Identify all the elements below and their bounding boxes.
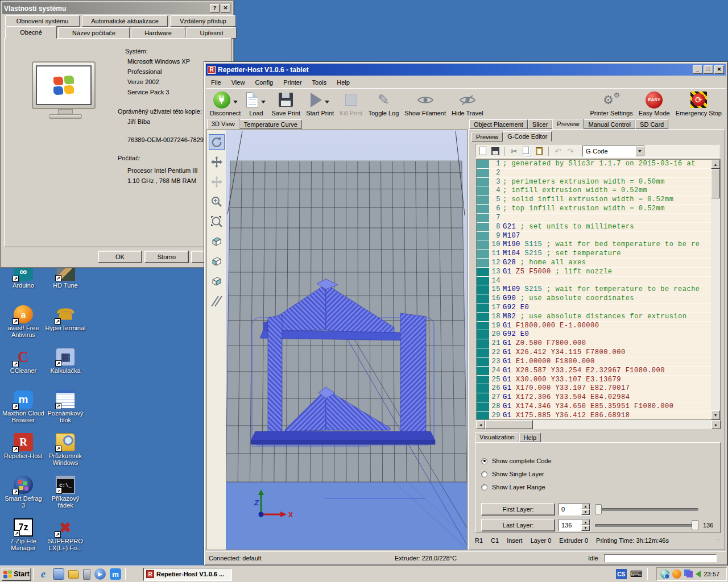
vertical-scrollbar[interactable]: ▲ ▼ <box>711 160 720 419</box>
view-front-icon[interactable] <box>209 253 225 269</box>
menu-config[interactable]: Config <box>250 78 278 87</box>
keyboard-icon[interactable]: ⌨ <box>630 569 643 579</box>
toolbar-easy-mode[interactable]: EASYEasy Mode <box>636 89 673 117</box>
pan-view-icon[interactable] <box>209 154 225 170</box>
device-icon[interactable] <box>83 569 90 580</box>
menu-tools[interactable]: Tools <box>307 78 332 87</box>
menu-help[interactable]: Help <box>332 78 355 87</box>
toolbar-hide-travel[interactable]: Hide Travel <box>449 89 486 117</box>
spin-down-icon[interactable]: ▼ <box>581 509 590 515</box>
chevron-down-icon[interactable] <box>635 146 644 156</box>
gcode-line[interactable]: 4; infill extrusion width = 0.52mm <box>477 186 711 196</box>
gcode-line[interactable]: 5; solid infill extrusion width = 0.52mm <box>477 196 711 205</box>
spin-up-icon[interactable]: ▲ <box>581 519 590 525</box>
tab-up-esnit[interactable]: Upřesnit <box>187 27 237 39</box>
desktop-icon-hyper[interactable]: ☎↗HyperTerminal <box>44 305 86 331</box>
radio-icon[interactable] <box>481 484 487 490</box>
gcode-line[interactable]: 18M82 ; use absolute distances for extru… <box>477 313 711 322</box>
cut-icon[interactable]: ✂ <box>509 146 519 156</box>
tab-obnoven-syst-mu[interactable]: Obnovení systému <box>5 15 80 27</box>
spin-up-icon[interactable]: ▲ <box>581 504 590 509</box>
desktop-icon-defrag[interactable]: ↗Smart Defrag 3 <box>2 476 44 509</box>
desktop-icon-explorer[interactable]: ↗Průzkumník Windows <box>44 433 86 466</box>
gcode-line[interactable]: 13G1 Z5 F5000 ; lift nozzle <box>477 268 711 277</box>
scroll-up-icon[interactable]: ▲ <box>711 160 720 169</box>
tab-object-placement[interactable]: Object Placement <box>469 119 528 129</box>
language-indicator[interactable]: CS <box>616 569 627 579</box>
first-layer-button[interactable]: First Layer: <box>481 503 555 516</box>
toolbar-start-print[interactable]: Start Print <box>303 89 337 117</box>
ok-button[interactable]: OK <box>98 251 142 263</box>
tab-automatick-aktualizace[interactable]: Automatické aktualizace <box>82 15 168 27</box>
gcode-line[interactable]: 17G92 E0 <box>477 304 711 313</box>
tab-hardware[interactable]: Hardware <box>131 27 185 39</box>
view-top-icon[interactable] <box>209 273 225 289</box>
gcode-line[interactable]: 22G1 X26.412 Y34.115 F7800.000 <box>477 348 711 357</box>
gcode-line[interactable]: 24G1 X28.587 Y33.254 E2.32967 F1080.000 <box>477 367 711 376</box>
desktop-icon-maxthon[interactable]: m↗Maxthon Cloud Browser <box>2 390 44 423</box>
tab-help[interactable]: Help <box>519 433 541 442</box>
last-layer-button[interactable]: Last Layer: <box>481 519 555 531</box>
scrollbar-thumb[interactable] <box>485 420 533 429</box>
move-object-icon[interactable] <box>209 174 225 190</box>
tab-obecn[interactable]: Obecné <box>5 26 57 39</box>
redo-icon[interactable]: ↷ <box>565 146 576 156</box>
tab-preview[interactable]: Preview <box>471 132 503 142</box>
paste-icon[interactable] <box>534 146 544 156</box>
gcode-line[interactable]: 28G1 X174.346 Y34.650 E85.35951 F1080.00… <box>477 402 711 411</box>
new-file-icon[interactable] <box>478 146 488 156</box>
slider-thumb[interactable] <box>595 504 602 514</box>
last-layer-spinner[interactable]: 136 ▲▼ <box>559 519 590 531</box>
help-button[interactable]: ? <box>210 4 220 13</box>
gcode-line[interactable]: 11M104 S215 ; set temperature <box>477 250 711 259</box>
toolbar-load[interactable]: Load <box>243 89 268 117</box>
gcode-line[interactable]: 6; top infill extrusion width = 0.52mm <box>477 205 711 214</box>
tab-vzd-len-p-stup[interactable]: Vzdálený přístup <box>170 15 236 27</box>
scroll-down-icon[interactable]: ▼ <box>711 410 720 419</box>
maxthon-icon[interactable]: m <box>110 568 121 580</box>
3d-scene[interactable]: ZX <box>226 130 467 550</box>
radio-show-single-layer[interactable]: Show Single Layer <box>481 471 544 477</box>
tab-g-code-editor[interactable]: G-Code Editor <box>503 131 552 142</box>
toolbar-printer-settings[interactable]: ⚙⚙Printer Settings <box>587 89 635 117</box>
scroll-right-icon[interactable]: ► <box>712 420 721 429</box>
toolbar-emergency-stop[interactable]: ⟳Emergency Stop <box>673 89 725 117</box>
gcode-line[interactable]: 23G1 E1.00000 F1800.000 <box>477 357 711 367</box>
zoom-fit-icon[interactable] <box>209 214 225 230</box>
gcode-line[interactable]: 9M107 <box>477 232 711 241</box>
gcode-line[interactable]: 1; generated by Slic3r 1.1.7 on 2015-03-… <box>477 160 711 169</box>
taskbar-window-button[interactable]: R Repetier-Host V1.0.6 ... <box>143 568 232 581</box>
tray-volume-icon[interactable] <box>696 571 701 577</box>
undo-icon[interactable]: ↶ <box>553 146 563 156</box>
tab-manual-control[interactable]: Manual Control <box>584 119 635 129</box>
window-title-bar[interactable]: R Repetier-Host V1.0.6 - tablet _ □ ✕ <box>206 64 726 76</box>
view-iso-icon[interactable] <box>209 234 225 250</box>
tab-3d-view[interactable]: 3D View <box>207 119 239 129</box>
desktop-icon-repetier[interactable]: R↗Repetier-Host <box>2 433 44 459</box>
gcode-line[interactable]: 29G1 X175.885 Y36.412 E86.68918 <box>477 411 711 420</box>
dropdown-arrow-icon[interactable] <box>261 101 266 106</box>
radio-show-layer-range[interactable]: Show Layer Range <box>481 484 545 490</box>
tab-temperature-curve[interactable]: Temperature Curve <box>239 119 302 129</box>
gcode-line[interactable]: 2 <box>477 169 711 178</box>
radio-icon[interactable] <box>481 471 487 477</box>
show-desktop-icon[interactable] <box>53 568 64 580</box>
close-icon[interactable]: ✕ <box>221 4 230 13</box>
gcode-editor[interactable]: 1; generated by Slic3r 1.1.7 on 2015-03-… <box>476 159 721 420</box>
toolbar-show-filament[interactable]: Show Filament <box>402 89 449 117</box>
desktop-icon-cmd[interactable]: C:\_↗Příkazový řádek <box>44 476 86 509</box>
gcode-line[interactable]: 16G90 ; use absolute coordinates <box>477 294 711 304</box>
gcode-type-select[interactable]: G-Code <box>582 146 645 157</box>
gcode-line[interactable]: 15M109 S215 ; wait for temperature to be… <box>477 285 711 294</box>
desktop-icon-ccleaner[interactable]: C↗CCleaner <box>2 348 44 374</box>
dropdown-arrow-icon[interactable] <box>325 101 329 106</box>
gcode-line[interactable]: 19G1 F1800.000 E-1.00000 <box>477 322 711 331</box>
tab-sd-card[interactable]: SD Card <box>635 119 668 129</box>
desktop-icon-avast[interactable]: a↗avast! Free Antivirus <box>2 305 44 338</box>
desktop-icon-sevenzip[interactable]: 7z↗7-Zip File Manager <box>2 518 44 551</box>
menu-file[interactable]: File <box>206 78 226 87</box>
slider-thumb[interactable] <box>692 520 698 530</box>
first-layer-spinner[interactable]: 0 ▲▼ <box>559 503 590 516</box>
gcode-line[interactable]: 25G1 X30.000 Y33.107 E3.13679 <box>477 376 711 385</box>
gcode-line[interactable]: 21G1 Z0.500 F7800.000 <box>477 339 711 348</box>
